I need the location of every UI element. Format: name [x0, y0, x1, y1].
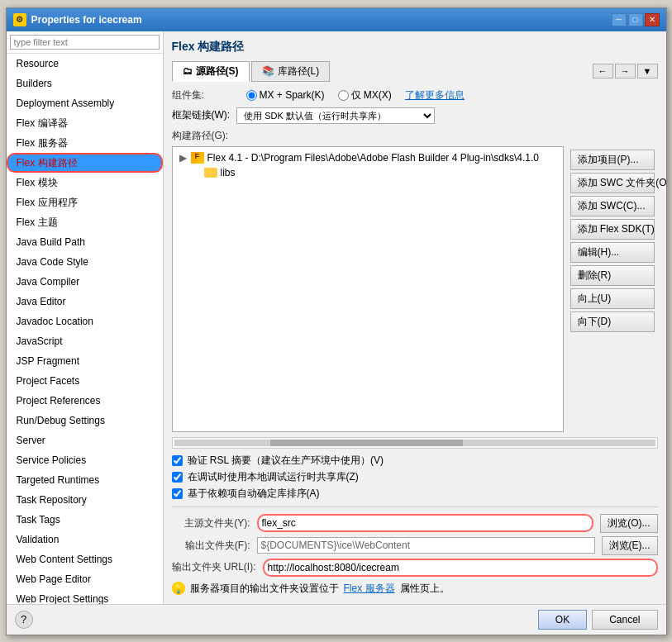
sidebar-item-24[interactable]: Validation: [7, 530, 163, 549]
tabs: 🗂 源路径(S) 📚 库路径(L): [172, 61, 331, 82]
output-folder-row: 输出文件夹(F): 浏览(E)...: [172, 536, 658, 555]
add-swc-folder-button[interactable]: 添加 SWC 文件夹(O)...: [570, 173, 655, 193]
sidebar-item-25[interactable]: Web Content Settings: [7, 549, 163, 569]
sidebar-item-14[interactable]: JavaScript: [7, 331, 163, 351]
tree-item-libs[interactable]: libs: [176, 165, 560, 180]
tree-buttons: 添加项目(P)... 添加 SWC 文件夹(O)... 添加 SWC(C)...…: [567, 146, 658, 437]
sidebar-item-10[interactable]: Java Code Style: [7, 252, 163, 272]
sidebar-items: ResourceBuildersDeployment AssemblyFlex …: [7, 54, 163, 604]
sidebar-item-16[interactable]: Project Facets: [7, 371, 163, 391]
top-nav: 🗂 源路径(S) 📚 库路径(L) ← → ▼: [172, 61, 658, 82]
titlebar-controls: ─ □ ✕: [612, 13, 660, 26]
browse-output-button[interactable]: 浏览(E)...: [602, 536, 658, 555]
sidebar-item-9[interactable]: Java Build Path: [7, 232, 163, 252]
tree-content: ▶ F Flex 4.1 - D:\Program Files\Adobe\Ad…: [173, 147, 563, 183]
sidebar-item-1[interactable]: Builders: [7, 74, 163, 93]
sidebar-item-6[interactable]: Flex 模块: [7, 173, 163, 193]
info-row: 💡 服务器项目的输出文件夹设置位于 Flex 服务器 属性页上。: [172, 582, 658, 596]
components-label: 组件集:: [172, 88, 230, 102]
checkbox-debug-lib-input[interactable]: [172, 472, 183, 483]
source-folder-input[interactable]: [257, 514, 594, 532]
radio-mx-only[interactable]: 仅 MX(X): [338, 88, 392, 102]
sidebar-item-7[interactable]: Flex 应用程序: [7, 193, 163, 212]
tab-lib-icon: 📚: [262, 65, 274, 77]
framework-label: 框架链接(W):: [172, 108, 231, 122]
sidebar-item-8[interactable]: Flex 主题: [7, 212, 163, 232]
sidebar-item-17[interactable]: Project References: [7, 391, 163, 411]
folder-icon-libs: [204, 168, 217, 178]
output-url-label: 输出文件夹 URL(I):: [172, 560, 256, 574]
sidebar-item-21[interactable]: Targeted Runtimes: [7, 470, 163, 490]
radio-mx-spark-input[interactable]: [246, 90, 257, 101]
radio-mx-spark[interactable]: MX + Spark(K): [246, 89, 325, 101]
components-row: 组件集: MX + Spark(K) 仅 MX(X) 了解更多信息: [172, 88, 658, 102]
filter-input[interactable]: [10, 35, 160, 50]
build-path-label: 构建路径(G):: [172, 129, 658, 143]
sidebar-item-12[interactable]: Java Editor: [7, 292, 163, 311]
tree-panel[interactable]: ▶ F Flex 4.1 - D:\Program Files\Adobe\Ad…: [172, 146, 564, 432]
sidebar-item-13[interactable]: Javadoc Location: [7, 311, 163, 331]
framework-select[interactable]: 使用 SDK 默认值（运行时共享库）: [236, 107, 435, 124]
radio-group-components: MX + Spark(K) 仅 MX(X) 了解更多信息: [246, 88, 465, 102]
add-flex-sdk-button[interactable]: 添加 Flex SDK(T): [570, 219, 655, 240]
sidebar-item-5[interactable]: Flex 构建路径: [7, 153, 163, 173]
main-panel: Flex 构建路径 🗂 源路径(S) 📚 库路径(L) ← → ▼: [164, 31, 666, 604]
close-button[interactable]: ✕: [645, 13, 660, 26]
ok-button[interactable]: OK: [538, 610, 587, 630]
move-down-button[interactable]: 向下(D): [570, 311, 655, 332]
sidebar-item-3[interactable]: Flex 编译器: [7, 113, 163, 133]
framework-row: 框架链接(W): 使用 SDK 默认值（运行时共享库）: [172, 107, 658, 124]
help-button[interactable]: ?: [15, 611, 33, 629]
info-icon: 💡: [172, 582, 185, 595]
browse-source-button[interactable]: 浏览(O)...: [600, 514, 657, 533]
sidebar-item-27[interactable]: Web Project Settings: [7, 589, 163, 604]
horizontal-scrollbar[interactable]: [172, 437, 658, 449]
tab-lib-path[interactable]: 📚 库路径(L): [251, 61, 331, 82]
sidebar-item-4[interactable]: Flex 服务器: [7, 133, 163, 153]
output-folder-input[interactable]: [257, 537, 595, 554]
titlebar: ⚙ Properties for icecream ─ □ ✕: [7, 8, 666, 31]
maximize-button[interactable]: □: [628, 13, 643, 26]
sidebar-item-23[interactable]: Task Tags: [7, 510, 163, 530]
tree-item-flex[interactable]: ▶ F Flex 4.1 - D:\Program Files\Adobe\Ad…: [176, 150, 560, 165]
sidebar-item-19[interactable]: Server: [7, 430, 163, 450]
sidebar-item-15[interactable]: JSP Fragment: [7, 351, 163, 371]
sidebar-item-2[interactable]: Deployment Assembly: [7, 93, 163, 113]
sidebar-item-22[interactable]: Task Repository: [7, 490, 163, 510]
filter-box: [7, 31, 163, 54]
sidebar-item-20[interactable]: Service Policies: [7, 450, 163, 470]
dialog-content: ResourceBuildersDeployment AssemblyFlex …: [7, 31, 666, 604]
checkbox-auto-sort-label: 基于依赖项自动确定库排序(A): [188, 487, 320, 501]
tree-item-flex-label: Flex 4.1 - D:\Program Files\Adobe\Adobe …: [207, 152, 540, 164]
source-folder-label: 主源文件夹(Y):: [172, 516, 250, 530]
edit-button[interactable]: 编辑(H)...: [570, 242, 655, 263]
radio-mx-only-input[interactable]: [338, 90, 349, 101]
move-up-button[interactable]: 向上(U): [570, 288, 655, 309]
sidebar-item-18[interactable]: Run/Debug Settings: [7, 411, 163, 430]
checkbox-verify-rsl-label: 验证 RSL 摘要（建议在生产环境中使用）(V): [188, 454, 384, 468]
info-text: 服务器项目的输出文件夹设置位于: [190, 582, 339, 596]
tab-source-icon: 🗂: [183, 65, 193, 77]
info-link[interactable]: Flex 服务器: [344, 582, 395, 596]
output-folder-label: 输出文件夹(F):: [172, 539, 250, 553]
sidebar-item-26[interactable]: Web Page Editor: [7, 569, 163, 589]
checkbox-auto-sort-input[interactable]: [172, 488, 183, 499]
delete-button[interactable]: 删除(R): [570, 265, 655, 286]
nav-dropdown-button[interactable]: ▼: [637, 64, 658, 78]
add-swc-button[interactable]: 添加 SWC(C)...: [570, 196, 655, 216]
nav-back-button[interactable]: ←: [593, 64, 613, 78]
checkboxes-section: 验证 RSL 摘要（建议在生产环境中使用）(V) 在调试时使用本地调试运行时共享…: [172, 454, 658, 503]
tab-source-path[interactable]: 🗂 源路径(S): [172, 61, 250, 82]
minimize-button[interactable]: ─: [612, 13, 627, 26]
output-url-input[interactable]: [263, 559, 658, 577]
nav-arrows: ← → ▼: [593, 64, 658, 78]
sidebar-item-0[interactable]: Resource: [7, 54, 163, 74]
add-item-button[interactable]: 添加项目(P)...: [570, 150, 655, 170]
nav-forward-button[interactable]: →: [615, 64, 636, 78]
tree-item-libs-label: libs: [221, 167, 236, 178]
cancel-button[interactable]: Cancel: [592, 610, 657, 630]
checkbox-verify-rsl-input[interactable]: [172, 455, 183, 466]
learn-more-link[interactable]: 了解更多信息: [405, 88, 465, 102]
sidebar-item-11[interactable]: Java Compiler: [7, 272, 163, 292]
checkbox-debug-lib-label: 在调试时使用本地调试运行时共享库(Z): [188, 470, 359, 484]
